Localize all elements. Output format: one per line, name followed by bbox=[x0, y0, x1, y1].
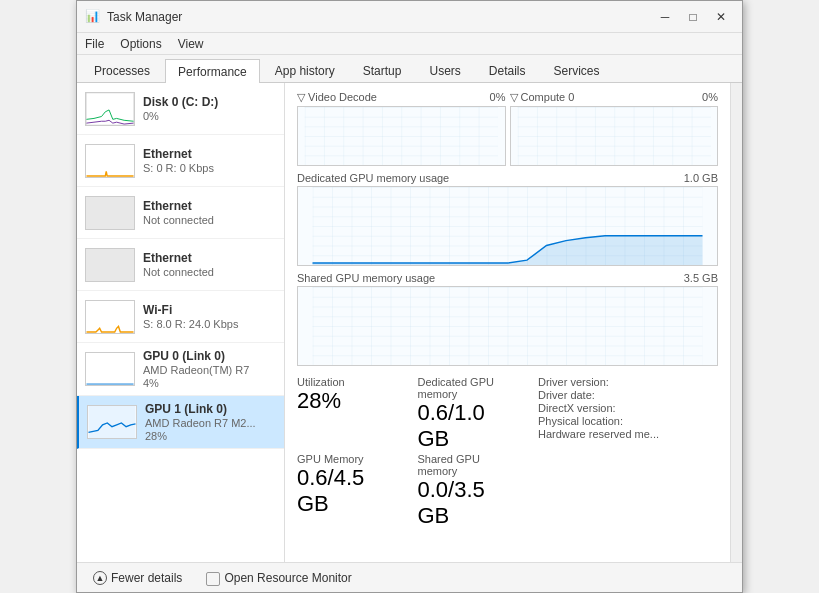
resource-monitor-icon bbox=[206, 572, 220, 586]
video-decode-label: ▽ Video Decode bbox=[297, 91, 377, 104]
svg-rect-3 bbox=[86, 301, 133, 333]
fewer-details-button[interactable]: ▲ Fewer details bbox=[89, 569, 186, 587]
dedicated-gpu-memory-value: 0.6/1.0 GB bbox=[418, 400, 523, 453]
ethernet1-info: Ethernet S: 0 R: 0 Kbps bbox=[143, 147, 276, 174]
close-button[interactable]: ✕ bbox=[708, 6, 734, 28]
gpu1-info: GPU 1 (Link 0) AMD Radeon R7 M2... 28% bbox=[145, 402, 276, 442]
top-chart-row: ▽ Video Decode 0% bbox=[297, 91, 718, 166]
right-scrollbar[interactable] bbox=[730, 83, 742, 562]
open-resource-monitor-label: Open Resource Monitor bbox=[224, 571, 351, 585]
ethernet1-sub: S: 0 R: 0 Kbps bbox=[143, 162, 276, 174]
window-controls: ─ □ ✕ bbox=[652, 6, 734, 28]
ethernet1-name: Ethernet bbox=[143, 147, 276, 161]
ethernet2-info: Ethernet Not connected bbox=[143, 199, 276, 226]
app-icon: 📊 bbox=[85, 9, 101, 25]
gpu0-sub2: 4% bbox=[143, 377, 276, 389]
ethernet3-info: Ethernet Not connected bbox=[143, 251, 276, 278]
shared-memory-label: Shared GPU memory usage bbox=[297, 272, 435, 284]
utilization-value: 28% bbox=[297, 388, 402, 414]
video-decode-label-row: ▽ Video Decode 0% bbox=[297, 91, 506, 104]
info-block-2 bbox=[538, 453, 718, 530]
tab-details[interactable]: Details bbox=[476, 58, 539, 82]
tab-app-history[interactable]: App history bbox=[262, 58, 348, 82]
compute0-label-row: ▽ Compute 0 0% bbox=[510, 91, 719, 104]
directx-label: DirectX version: bbox=[538, 402, 718, 414]
main-panel: ▽ Video Decode 0% bbox=[285, 83, 730, 562]
ethernet3-sub: Not connected bbox=[143, 266, 276, 278]
svg-rect-5 bbox=[88, 406, 135, 438]
wifi-graph bbox=[85, 300, 135, 334]
titlebar: 📊 Task Manager ─ □ ✕ bbox=[77, 1, 742, 33]
gpu0-info: GPU 0 (Link 0) AMD Radeon(TM) R7 4% bbox=[143, 349, 276, 389]
tab-services[interactable]: Services bbox=[541, 58, 613, 82]
ethernet2-sub: Not connected bbox=[143, 214, 276, 226]
gpu0-graph bbox=[85, 352, 135, 386]
tab-performance[interactable]: Performance bbox=[165, 59, 260, 83]
dedicated-memory-chart bbox=[297, 186, 718, 266]
dedicated-gpu-memory-label: Dedicated GPU memory bbox=[418, 376, 523, 400]
gpu-memory-label: GPU Memory bbox=[297, 453, 402, 465]
svg-rect-2 bbox=[86, 145, 133, 177]
sidebar-item-ethernet3[interactable]: Ethernet Not connected bbox=[77, 239, 284, 291]
shared-memory-value: 3.5 GB bbox=[684, 272, 718, 284]
compute0-chart bbox=[510, 106, 719, 166]
ethernet1-graph bbox=[85, 144, 135, 178]
footer: ▲ Fewer details Open Resource Monitor bbox=[77, 562, 742, 592]
gpu0-name: GPU 0 (Link 0) bbox=[143, 349, 276, 363]
tab-startup[interactable]: Startup bbox=[350, 58, 415, 82]
menu-view[interactable]: View bbox=[170, 33, 212, 54]
minimize-button[interactable]: ─ bbox=[652, 6, 678, 28]
gpu1-sub2: 28% bbox=[145, 430, 276, 442]
chevron-up-icon: ▲ bbox=[93, 571, 107, 585]
compute0-label: ▽ Compute 0 bbox=[510, 91, 575, 104]
driver-version-label: Driver version: bbox=[538, 376, 718, 388]
menu-options[interactable]: Options bbox=[112, 33, 169, 54]
fewer-details-label: Fewer details bbox=[111, 571, 182, 585]
wifi-sub: S: 8.0 R: 24.0 Kbps bbox=[143, 318, 276, 330]
window-title: Task Manager bbox=[107, 10, 652, 24]
disk0-graph bbox=[85, 92, 135, 126]
wifi-name: Wi-Fi bbox=[143, 303, 276, 317]
open-resource-monitor-button[interactable]: Open Resource Monitor bbox=[202, 569, 355, 587]
driver-date-label: Driver date: bbox=[538, 389, 718, 401]
video-decode-container: ▽ Video Decode 0% bbox=[297, 91, 506, 166]
tab-bar: Processes Performance App history Startu… bbox=[77, 55, 742, 83]
ethernet2-graph bbox=[85, 196, 135, 230]
gpu1-sub1: AMD Radeon R7 M2... bbox=[145, 417, 276, 429]
sidebar-item-ethernet2[interactable]: Ethernet Not connected bbox=[77, 187, 284, 239]
gpu0-sub1: AMD Radeon(TM) R7 bbox=[143, 364, 276, 376]
shared-gpu-memory-block: Shared GPU memory 0.0/3.5 GB bbox=[418, 453, 523, 530]
sidebar-item-ethernet1[interactable]: Ethernet S: 0 R: 0 Kbps bbox=[77, 135, 284, 187]
compute0-value: 0% bbox=[702, 91, 718, 104]
sidebar-item-disk0[interactable]: Disk 0 (C: D:) 0% bbox=[77, 83, 284, 135]
shared-gpu-memory-value: 0.0/3.5 GB bbox=[418, 477, 523, 530]
menubar: File Options View bbox=[77, 33, 742, 55]
ethernet3-graph bbox=[85, 248, 135, 282]
compute0-container: ▽ Compute 0 0% bbox=[510, 91, 719, 166]
sidebar-item-gpu0[interactable]: GPU 0 (Link 0) AMD Radeon(TM) R7 4% bbox=[77, 343, 284, 396]
shared-memory-chart bbox=[297, 286, 718, 366]
tab-users[interactable]: Users bbox=[416, 58, 473, 82]
disk0-info: Disk 0 (C: D:) 0% bbox=[143, 95, 276, 122]
sidebar-item-wifi[interactable]: Wi-Fi S: 8.0 R: 24.0 Kbps bbox=[77, 291, 284, 343]
content-area: Disk 0 (C: D:) 0% Ethernet S: 0 R: 0 Kbp… bbox=[77, 83, 742, 562]
disk0-name: Disk 0 (C: D:) bbox=[143, 95, 276, 109]
shared-memory-label-row: Shared GPU memory usage 3.5 GB bbox=[297, 272, 718, 284]
utilization-label: Utilization bbox=[297, 376, 402, 388]
gpu-memory-block: GPU Memory 0.6/4.5 GB bbox=[297, 453, 402, 530]
utilization-block: Utilization 28% bbox=[297, 376, 402, 453]
tab-processes[interactable]: Processes bbox=[81, 58, 163, 82]
task-manager-window: 📊 Task Manager ─ □ ✕ File Options View P… bbox=[76, 0, 743, 593]
dedicated-memory-label-row: Dedicated GPU memory usage 1.0 GB bbox=[297, 172, 718, 184]
gpu1-graph bbox=[87, 405, 137, 439]
maximize-button[interactable]: □ bbox=[680, 6, 706, 28]
dedicated-memory-label: Dedicated GPU memory usage bbox=[297, 172, 449, 184]
info-block: Driver version: Driver date: DirectX ver… bbox=[538, 376, 718, 453]
svg-rect-6 bbox=[305, 107, 498, 165]
ethernet2-name: Ethernet bbox=[143, 199, 276, 213]
svg-rect-4 bbox=[86, 353, 133, 385]
stats-row-2: GPU Memory 0.6/4.5 GB Shared GPU memory … bbox=[297, 453, 718, 530]
sidebar-item-gpu1[interactable]: GPU 1 (Link 0) AMD Radeon R7 M2... 28% bbox=[77, 396, 284, 449]
menu-file[interactable]: File bbox=[77, 33, 112, 54]
stats-row: Utilization 28% Dedicated GPU memory 0.6… bbox=[297, 376, 718, 453]
